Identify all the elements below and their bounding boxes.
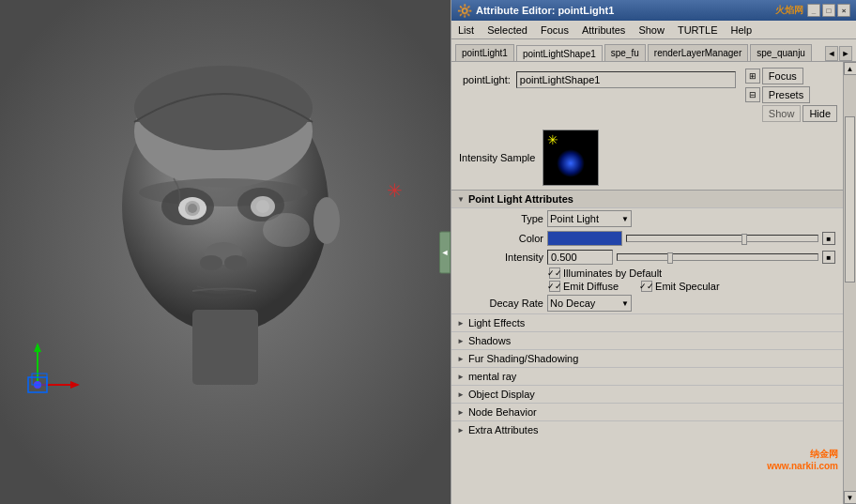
light-effects-title: Light Effects (468, 317, 525, 328)
object-display-expand-icon: ► (457, 390, 465, 399)
fur-shading-title: Fur Shading/Shadowing (468, 353, 578, 364)
scroll-down-btn[interactable]: ▼ (844, 491, 857, 504)
show-btn[interactable]: Show (762, 105, 802, 122)
tab-spequanju[interactable]: spe_quanju (750, 44, 812, 61)
svg-point-14 (224, 255, 247, 270)
focus-btn[interactable]: Focus (762, 68, 803, 84)
light-effects-expand-icon: ► (457, 319, 465, 328)
menu-selected[interactable]: Selected (484, 23, 530, 37)
shadows-title: Shadows (468, 335, 511, 346)
svg-point-13 (200, 255, 222, 270)
intensity-sample-label: Intensity Sample (459, 152, 535, 163)
tab-pointlightshape1[interactable]: pointLightShape1 (516, 45, 603, 62)
intensity-input[interactable] (547, 250, 613, 265)
illuminates-row: ✓ Illuminates by Default (451, 267, 843, 280)
title-bar: 🔆 Attribute Editor: pointLight1 火焰网 _ □ … (451, 0, 856, 21)
svg-point-10 (188, 204, 197, 213)
tab-pointlight1[interactable]: pointLight1 (455, 44, 514, 61)
emit-specular-checkbox[interactable]: ✓ (641, 281, 652, 292)
load-icon[interactable]: ⊞ (745, 69, 760, 84)
section-object-display[interactable]: ► Object Display (451, 385, 843, 403)
intensity-section: Intensity Sample ✳ (451, 126, 843, 190)
tab-spefu[interactable]: spe_fu (604, 44, 646, 61)
section-mental-ray[interactable]: ► mental ray (451, 367, 843, 385)
extra-attrs-title: Extra Attributes (468, 424, 539, 435)
light-marker: ✳ (387, 180, 403, 201)
color-picker-btn[interactable]: ■ (822, 232, 835, 245)
tab-bar: pointLight1 pointLightShape1 spe_fu rend… (451, 39, 856, 62)
logo-watermark: 火焰网 (775, 4, 803, 17)
color-label: Color (459, 233, 543, 244)
tab-renderlayermanager[interactable]: renderLayerManager (648, 44, 748, 61)
intensity-slider[interactable] (617, 253, 818, 261)
section-node-behavior[interactable]: ► Node Behavior (451, 403, 843, 420)
node-behavior-title: Node Behavior (468, 406, 537, 418)
scrollbar[interactable]: ▲ ▼ (843, 62, 856, 504)
hide-btn[interactable]: Hide (802, 105, 837, 122)
section-light-effects[interactable]: ► Light Effects (451, 313, 843, 331)
name-input[interactable] (516, 71, 736, 88)
close-btn[interactable]: × (837, 4, 850, 17)
svg-rect-2 (192, 310, 258, 385)
emit-diffuse-checkbox[interactable]: ✓ (549, 281, 560, 292)
color-row: Color ■ (451, 229, 843, 248)
svg-point-15 (263, 213, 310, 247)
scroll-up-btn[interactable]: ▲ (844, 62, 857, 75)
menu-show[interactable]: Show (635, 23, 667, 37)
minimize-btn[interactable]: _ (807, 4, 820, 17)
node-behavior-expand-icon: ► (457, 408, 465, 417)
emit-row: ✓ Emit Diffuse ✓ Emit Specular (451, 280, 843, 293)
decay-rate-dropdown[interactable]: No Decay ▼ (547, 295, 632, 312)
menu-help[interactable]: Help (728, 23, 756, 37)
section-extra-attributes[interactable]: ► Extra Attributes (451, 420, 843, 438)
section-expand-icon: ▼ (457, 195, 465, 204)
intensity-preview: ✳ (543, 130, 599, 186)
section-title-point-light: Point Light Attributes (468, 193, 573, 205)
section-shadows[interactable]: ► Shadows (451, 331, 843, 349)
presets-btn[interactable]: Presets (762, 86, 810, 103)
menu-attributes[interactable]: Attributes (579, 23, 628, 37)
object-display-title: Object Display (468, 389, 535, 400)
scroll-thumb[interactable] (845, 116, 855, 283)
menu-focus[interactable]: Focus (538, 23, 572, 37)
menu-turtle[interactable]: TURTLE (675, 23, 721, 37)
fur-shading-expand-icon: ► (457, 355, 465, 363)
decay-rate-label: Decay Rate (459, 298, 543, 309)
menu-bar: List Selected Focus Attributes Show TURT… (451, 21, 856, 39)
section-header-point-light[interactable]: ▼ Point Light Attributes (451, 190, 843, 208)
watermark-bottom: 纳金网www.narkii.com (767, 448, 838, 471)
section-fur-shading[interactable]: ► Fur Shading/Shadowing (451, 349, 843, 367)
illuminates-checkbox[interactable]: ✓ (549, 267, 560, 279)
name-label: pointLight: (463, 74, 511, 85)
intensity-label: Intensity (459, 252, 543, 263)
intensity-extra-btn[interactable]: ■ (822, 251, 835, 264)
decay-rate-row: Decay Rate No Decay ▼ (451, 293, 843, 313)
tab-next-arrow[interactable]: ► (839, 46, 852, 61)
illuminates-label: Illuminates by Default (563, 267, 662, 279)
emit-diffuse-label: Emit Diffuse (563, 281, 619, 292)
save-icon[interactable]: ⊟ (745, 87, 760, 102)
tab-prev-arrow[interactable]: ◄ (825, 46, 838, 61)
type-dropdown[interactable]: Point Light ▼ (547, 210, 632, 227)
menu-list[interactable]: List (455, 23, 477, 37)
color-slider[interactable] (626, 235, 818, 242)
panel-title: Attribute Editor: pointLight1 (476, 5, 614, 16)
emit-specular-label: Emit Specular (655, 281, 719, 292)
svg-point-11 (256, 200, 269, 213)
collapse-handle[interactable]: ◄ (439, 231, 451, 273)
name-section: pointLight: (455, 66, 743, 94)
viewport: ✳ ◄ (0, 0, 451, 504)
attribute-panel: 🔆 Attribute Editor: pointLight1 火焰网 _ □ … (451, 0, 856, 504)
color-swatch[interactable] (547, 231, 622, 246)
mental-ray-title: mental ray (468, 371, 516, 382)
scroll-thumb-area[interactable] (844, 75, 856, 491)
type-label: Type (459, 213, 543, 224)
mental-ray-expand-icon: ► (457, 373, 465, 381)
type-row: Type Point Light ▼ (451, 208, 843, 229)
dropdown-arrow-icon: ▼ (621, 215, 629, 223)
maximize-btn[interactable]: □ (822, 4, 835, 17)
decay-dropdown-arrow-icon: ▼ (621, 299, 629, 308)
intensity-star-icon: ✳ (547, 132, 558, 147)
extra-attrs-expand-icon: ► (457, 426, 465, 435)
svg-point-16 (313, 197, 340, 244)
